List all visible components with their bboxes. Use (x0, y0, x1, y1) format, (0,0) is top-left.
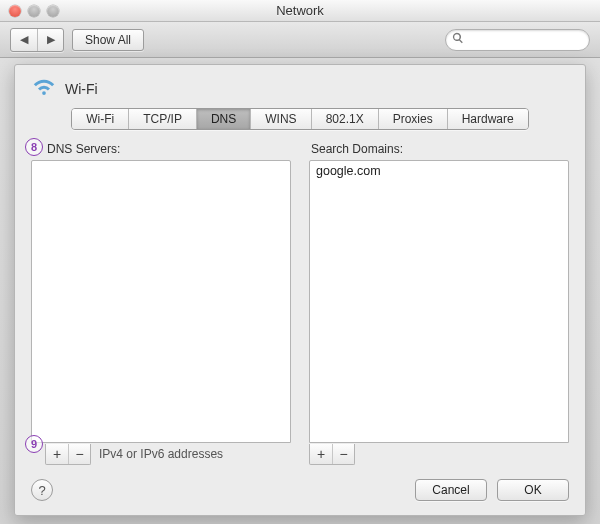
search-domain-add-button[interactable]: + (310, 444, 332, 464)
tab-proxies[interactable]: Proxies (378, 109, 447, 129)
dns-hint: IPv4 or IPv6 addresses (99, 447, 223, 461)
forward-button[interactable]: ▶ (37, 29, 63, 51)
dns-add-button[interactable]: + (46, 444, 68, 464)
cancel-button[interactable]: Cancel (415, 479, 487, 501)
window-title: Network (0, 3, 600, 18)
tab-wi-fi[interactable]: Wi-Fi (72, 109, 128, 129)
dns-servers-list[interactable] (31, 160, 291, 443)
tab-tcp-ip[interactable]: TCP/IP (128, 109, 196, 129)
tab-802-1x[interactable]: 802.1X (311, 109, 378, 129)
tab-wins[interactable]: WINS (250, 109, 310, 129)
search-domains-label: Search Domains: (309, 142, 569, 156)
dns-servers-column: 8 DNS Servers: 9 + − IPv4 or IPv6 addres… (31, 142, 291, 465)
minimize-window-button[interactable] (28, 5, 40, 17)
wifi-icon (31, 77, 57, 100)
help-button[interactable]: ? (31, 479, 53, 501)
search-input[interactable] (468, 33, 583, 47)
sheet-title: Wi-Fi (65, 81, 98, 97)
annotation-8: 8 (25, 138, 43, 156)
search-domain-item[interactable]: google.com (313, 163, 565, 179)
forward-icon: ▶ (47, 33, 55, 46)
dns-remove-button[interactable]: − (68, 444, 90, 464)
tab-dns[interactable]: DNS (196, 109, 250, 129)
back-button[interactable]: ◀ (11, 29, 37, 51)
zoom-window-button[interactable] (47, 5, 59, 17)
search-domains-column: Search Domains: google.com + − (309, 142, 569, 465)
nav-back-forward: ◀ ▶ (10, 28, 64, 52)
traffic-lights (0, 5, 59, 17)
window-titlebar: Network (0, 0, 600, 22)
search-domains-list[interactable]: google.com (309, 160, 569, 443)
tab-hardware[interactable]: Hardware (447, 109, 528, 129)
preference-pane-body: Wi-Fi Wi-FiTCP/IPDNSWINS802.1XProxiesHar… (0, 58, 600, 524)
sheet-tabs: Wi-FiTCP/IPDNSWINS802.1XProxiesHardware (71, 108, 528, 130)
search-field-container[interactable] (445, 29, 590, 51)
toolbar: ◀ ▶ Show All (0, 22, 600, 58)
back-icon: ◀ (20, 33, 28, 46)
advanced-sheet: Wi-Fi Wi-FiTCP/IPDNSWINS802.1XProxiesHar… (14, 64, 586, 516)
search-icon (452, 32, 464, 47)
search-domain-remove-button[interactable]: − (332, 444, 354, 464)
dns-servers-label: DNS Servers: (31, 142, 291, 156)
annotation-9: 9 (25, 435, 43, 453)
ok-button[interactable]: OK (497, 479, 569, 501)
close-window-button[interactable] (9, 5, 21, 17)
show-all-button[interactable]: Show All (72, 29, 144, 51)
sheet-header: Wi-Fi (31, 77, 569, 100)
